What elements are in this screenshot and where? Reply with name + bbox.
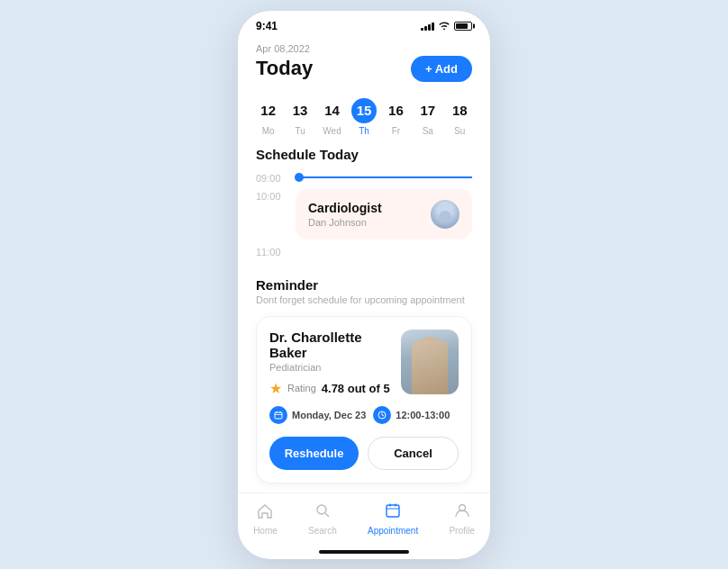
date-label: Apr 08,2022: [256, 43, 472, 54]
cal-day-label: Tu: [295, 126, 305, 136]
reminder-actions: Reshedule Cancel: [269, 437, 459, 470]
rating-label: Rating: [287, 383, 316, 393]
bottom-nav: Home Search Appointment Profile: [238, 492, 490, 546]
schedule-title: Schedule Today: [238, 147, 490, 171]
time-row-11: 11:00: [256, 245, 472, 257]
home-icon: [257, 502, 273, 523]
svg-rect-9: [387, 505, 399, 517]
battery-icon: [454, 22, 472, 31]
cal-day-18[interactable]: 18 Su: [447, 98, 472, 136]
cal-day-12[interactable]: 12 Mo: [256, 98, 281, 136]
appointment-info: Cardiologist Dan Johnson: [308, 201, 382, 228]
reminder-datetime: Monday, Dec 23 12:00-13:00: [269, 406, 459, 424]
rating-row: ★ Rating 4.78 out of 5: [269, 380, 401, 397]
date-text: Monday, Dec 23: [292, 410, 366, 420]
calendar-row: 12 Mo 13 Tu 14 Wed 15 Th 16 Fr 17 Sa: [238, 91, 490, 147]
header-row: Today + Add: [256, 56, 472, 82]
date-badge: Monday, Dec 23: [269, 406, 366, 424]
nav-appointment[interactable]: Appointment: [368, 502, 418, 536]
time-09-label: 09:00: [256, 171, 287, 184]
cal-day-16[interactable]: 16 Fr: [383, 98, 408, 136]
signal-icon: [421, 22, 434, 31]
svg-line-8: [325, 513, 329, 517]
reminder-title: Reminder: [256, 277, 472, 293]
cal-day-label: Su: [454, 126, 465, 136]
cal-day-label-active: Th: [359, 126, 369, 136]
nav-home[interactable]: Home: [253, 502, 278, 536]
page-title: Today: [256, 57, 313, 80]
reschedule-button[interactable]: Reshedule: [269, 437, 359, 470]
nav-profile[interactable]: Profile: [449, 502, 474, 536]
profile-icon: [454, 502, 470, 523]
reminder-top: Dr. Charollette Baker Pediatrician ★ Rat…: [269, 330, 459, 397]
nav-profile-label: Profile: [449, 526, 474, 536]
header-section: Apr 08,2022 Today + Add: [238, 36, 490, 91]
nav-appointment-label: Appointment: [368, 526, 418, 536]
doctor-photo: [401, 330, 459, 394]
cal-day-label: Fr: [392, 126, 400, 136]
add-button[interactable]: + Add: [411, 56, 472, 82]
cal-day-num: 17: [415, 98, 441, 123]
time-row-09: 09:00: [256, 171, 472, 184]
cal-day-num: 13: [287, 98, 313, 123]
cal-day-num: 14: [320, 98, 345, 123]
star-icon: ★: [269, 380, 282, 397]
appointment-card[interactable]: Cardiologist Dan Johnson: [296, 189, 472, 239]
cal-day-13[interactable]: 13 Tu: [287, 98, 313, 136]
cal-day-17[interactable]: 17 Sa: [415, 98, 441, 136]
cal-day-num-active: 15: [351, 98, 377, 123]
status-bar: 9:41: [238, 11, 490, 36]
calendar-icon: [269, 406, 287, 424]
reminder-info: Dr. Charollette Baker Pediatrician ★ Rat…: [269, 330, 401, 397]
nav-home-label: Home: [253, 526, 278, 536]
scroll-content: Apr 08,2022 Today + Add 12 Mo 13 Tu 14 W…: [238, 36, 490, 492]
nav-search[interactable]: Search: [308, 502, 337, 536]
reminder-section: Reminder Dont forget schedule for upcomi…: [238, 263, 490, 492]
cal-day-num: 18: [447, 98, 472, 123]
search-icon: [314, 502, 331, 523]
status-icons: [421, 21, 472, 32]
time-display: 9:41: [256, 20, 278, 32]
appointment-icon: [385, 502, 401, 523]
appointment-subtitle: Dan Johnson: [308, 217, 382, 228]
wifi-icon: [438, 21, 450, 32]
clock-icon: [373, 406, 391, 424]
cal-day-num: 12: [256, 98, 281, 123]
timeline-line: [304, 176, 472, 178]
time-10-label: 10:00: [256, 189, 287, 202]
time-badge: 12:00-13:00: [373, 406, 450, 424]
time-11-label: 11:00: [256, 245, 287, 257]
reminder-subtitle: Dont forget schedule for upcoming appoin…: [256, 294, 472, 305]
nav-search-label: Search: [308, 526, 337, 536]
rating-value: 4.78 out of 5: [322, 382, 390, 395]
svg-rect-0: [275, 412, 282, 419]
doctor-specialty: Pediatrician: [269, 362, 401, 373]
cal-day-label: Mo: [262, 126, 275, 136]
home-indicator: [319, 550, 409, 554]
time-text: 12:00-13:00: [396, 410, 450, 420]
appointment-avatar: [431, 200, 460, 229]
cancel-button[interactable]: Cancel: [368, 437, 459, 470]
doctor-name: Dr. Charollette Baker: [269, 330, 401, 360]
reminder-card: Dr. Charollette Baker Pediatrician ★ Rat…: [256, 316, 472, 483]
cal-day-num: 16: [383, 98, 408, 123]
appointment-title: Cardiologist: [308, 201, 382, 215]
cal-day-15[interactable]: 15 Th: [351, 98, 377, 136]
timeline-dot: [295, 173, 304, 182]
svg-line-6: [382, 415, 384, 416]
schedule-section: 09:00 10:00 Cardiologist Dan Johnson: [238, 171, 490, 257]
svg-point-7: [317, 505, 326, 514]
cal-day-label: Wed: [323, 126, 341, 136]
cal-day-label: Sa: [423, 126, 433, 136]
cal-day-14[interactable]: 14 Wed: [320, 98, 345, 136]
